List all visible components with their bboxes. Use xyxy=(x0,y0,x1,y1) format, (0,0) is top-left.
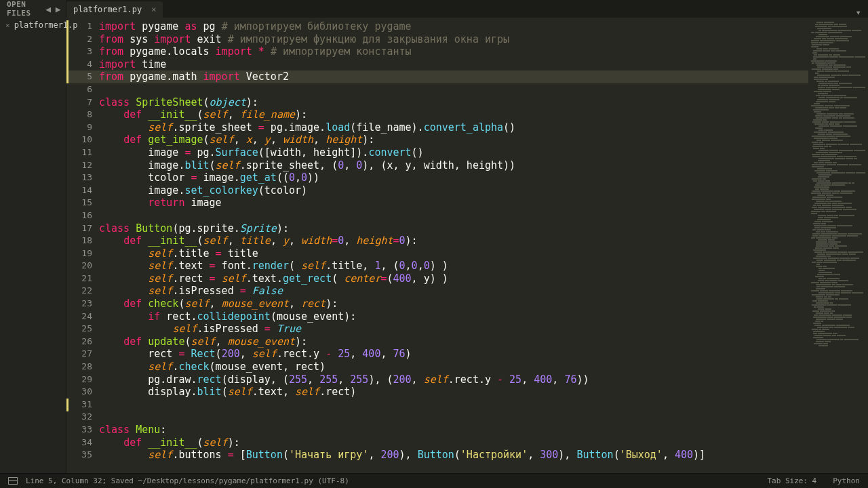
line-number: 16 xyxy=(66,209,99,222)
code-line[interactable]: self.isPressed = True xyxy=(99,323,808,336)
code-line[interactable]: from pygame.math import Vector2 xyxy=(99,70,808,83)
line-number: 8 xyxy=(66,108,99,121)
code-area[interactable]: 1234567891011121314151617181920212223242… xyxy=(66,18,868,473)
line-number: 32 xyxy=(66,411,99,424)
open-files-header: OPEN FILES ◀ ▶ xyxy=(0,0,66,18)
code-line[interactable] xyxy=(99,209,808,222)
code-line[interactable]: rect = Rect(200, self.rect.y - 25, 400, … xyxy=(99,348,808,361)
line-number: 13 xyxy=(66,171,99,184)
code-line[interactable]: def get_image(self, x, y, width, height)… xyxy=(99,134,808,146)
code-line[interactable]: pg.draw.rect(display, (255, 255, 255), (… xyxy=(99,373,808,386)
code-line[interactable]: self.check(mouse_event, rect) xyxy=(99,361,808,373)
code-line[interactable]: self.title = title xyxy=(99,247,808,260)
line-number: 33 xyxy=(66,424,99,436)
line-number: 15 xyxy=(66,197,99,209)
code-line[interactable]: image = pg.Surface([width, height]).conv… xyxy=(99,146,808,159)
main-pane: platformer1.py × ▾ 123456789101112131415… xyxy=(66,0,868,473)
tab-bar: platformer1.py × ▾ xyxy=(66,0,868,18)
code-line[interactable]: self.isPressed = False xyxy=(99,285,808,298)
line-number: 12 xyxy=(66,159,99,172)
code-line[interactable]: image.set_colorkey(tcolor) xyxy=(99,184,808,197)
code-line[interactable]: from sys import exit # импортируем функц… xyxy=(99,33,808,46)
open-file-item[interactable]: × platformer1.p xyxy=(0,18,66,33)
code-line[interactable]: class SpriteSheet(object): xyxy=(99,96,808,109)
line-number: 6 xyxy=(66,83,99,96)
code-line[interactable]: self.buttons = [Button('Начать игру', 20… xyxy=(99,449,808,462)
line-number: 1 xyxy=(66,20,99,33)
line-number: 10 xyxy=(66,134,99,146)
editor-window: OPEN FILES ◀ ▶ × platformer1.p platforme… xyxy=(0,0,868,473)
line-number: 3 xyxy=(66,45,99,58)
code-line[interactable]: def check(self, mouse_event, rect): xyxy=(99,298,808,310)
line-number: 20 xyxy=(66,260,99,272)
line-number: 9 xyxy=(66,121,99,134)
code-line[interactable]: display.blit(self.text, self.rect) xyxy=(99,386,808,399)
open-files-title: OPEN FILES xyxy=(3,0,43,18)
tab-title: platformer1.py xyxy=(73,5,142,14)
code-line[interactable]: image.blit(self.sprite_sheet, (0, 0), (x… xyxy=(99,159,808,172)
code-line[interactable]: return image xyxy=(99,197,808,209)
line-number: 19 xyxy=(66,247,99,260)
line-number: 29 xyxy=(66,373,99,386)
code-line[interactable] xyxy=(99,399,808,411)
code-line[interactable]: if rect.collidepoint(mouse_event): xyxy=(99,310,808,323)
tab-active[interactable]: platformer1.py × xyxy=(66,1,163,18)
prev-arrow-icon[interactable]: ◀ xyxy=(43,4,53,14)
code-line[interactable]: def __init__(self, file_name): xyxy=(99,108,808,121)
line-number: 23 xyxy=(66,298,99,310)
code-line[interactable]: class Menu: xyxy=(99,424,808,436)
console-icon[interactable] xyxy=(8,477,18,485)
line-number: 30 xyxy=(66,386,99,399)
line-number: 22 xyxy=(66,285,99,298)
line-number: 2 xyxy=(66,33,99,46)
next-arrow-icon[interactable]: ▶ xyxy=(54,4,63,14)
tab-close-icon[interactable]: × xyxy=(151,5,156,14)
line-number: 11 xyxy=(66,146,99,159)
code-line[interactable] xyxy=(99,411,808,424)
line-number: 27 xyxy=(66,348,99,361)
line-number: 5 xyxy=(66,70,99,83)
minimap[interactable] xyxy=(808,18,868,473)
code-line[interactable]: def __init__(self): xyxy=(99,436,808,449)
line-number: 34 xyxy=(66,436,99,449)
line-number: 18 xyxy=(66,235,99,247)
code-line[interactable]: import pygame as pg # импортируем библио… xyxy=(99,20,808,33)
line-number: 4 xyxy=(66,58,99,71)
code-line[interactable]: from pygame.locals import * # импортируе… xyxy=(99,45,808,58)
code-line[interactable]: self.sprite_sheet = pg.image.load(file_n… xyxy=(99,121,808,134)
code-line[interactable]: self.text = font.render( self.title, 1, … xyxy=(99,260,808,272)
status-tab-size[interactable]: Tab Size: 4 xyxy=(767,476,816,485)
line-gutter: 1234567891011121314151617181920212223242… xyxy=(66,18,99,473)
code-text[interactable]: import pygame as pg # импортируем библио… xyxy=(99,18,808,473)
sidebar: OPEN FILES ◀ ▶ × platformer1.p xyxy=(0,0,66,473)
code-line[interactable]: def update(self, mouse_event): xyxy=(99,336,808,348)
status-left: Line 5, Column 32; Saved ~/Desktop/lesso… xyxy=(26,476,349,485)
code-line[interactable]: def __init__(self, title, y, width=0, he… xyxy=(99,235,808,247)
code-line[interactable]: tcolor = image.get_at((0,0)) xyxy=(99,171,808,184)
line-number: 25 xyxy=(66,323,99,336)
line-number: 17 xyxy=(66,222,99,235)
line-number: 21 xyxy=(66,272,99,285)
line-number: 24 xyxy=(66,310,99,323)
status-language[interactable]: Python xyxy=(833,476,860,485)
line-number: 14 xyxy=(66,184,99,197)
code-line[interactable]: self.rect = self.text.get_rect( center=(… xyxy=(99,272,808,285)
line-number: 7 xyxy=(66,96,99,109)
line-number: 26 xyxy=(66,336,99,348)
line-number: 35 xyxy=(66,449,99,462)
code-line[interactable]: class Button(pg.sprite.Sprite): xyxy=(99,222,808,235)
line-number: 31 xyxy=(66,399,99,411)
close-icon[interactable]: × xyxy=(5,21,10,30)
status-bar: Line 5, Column 32; Saved ~/Desktop/lesso… xyxy=(0,473,868,488)
tab-menu-icon[interactable]: ▾ xyxy=(849,7,868,18)
line-number: 28 xyxy=(66,361,99,373)
code-line[interactable] xyxy=(99,83,808,96)
code-line[interactable]: import time xyxy=(99,58,808,71)
